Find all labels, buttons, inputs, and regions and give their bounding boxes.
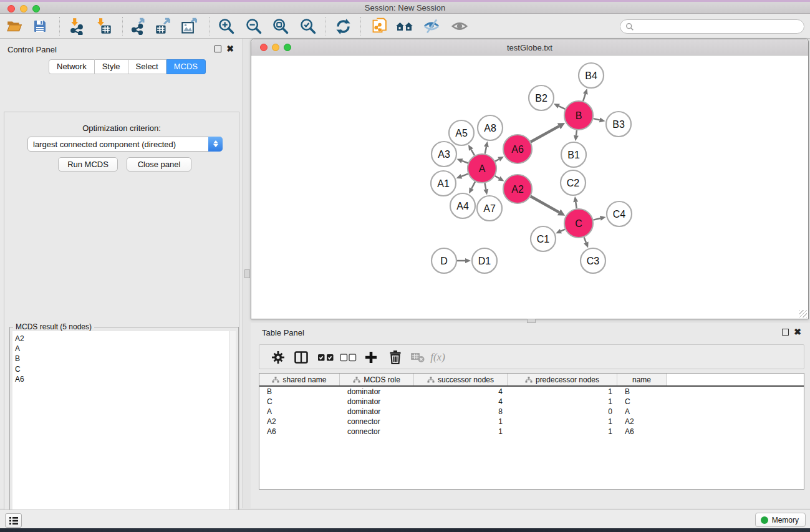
graph-node-B1[interactable]: B1 — [561, 142, 586, 167]
export-image-icon[interactable] — [180, 16, 200, 36]
graph-node-C2[interactable]: C2 — [561, 170, 586, 195]
result-list-item[interactable]: C — [15, 364, 229, 374]
edge-B-B2[interactable] — [559, 106, 565, 109]
zoom-selected-icon[interactable] — [298, 16, 318, 36]
graph-node-D[interactable]: D — [432, 248, 456, 273]
table-cell[interactable]: C — [617, 397, 667, 406]
table-cell[interactable]: A2 — [617, 417, 667, 426]
table-cell[interactable]: 1 — [508, 417, 617, 426]
result-list-item[interactable]: B — [15, 354, 229, 364]
memory-button[interactable]: Memory — [755, 513, 806, 527]
table-cell[interactable]: 1 — [508, 387, 617, 396]
search-field[interactable] — [620, 19, 804, 34]
tab-style[interactable]: Style — [95, 59, 128, 74]
edge-B-B1[interactable] — [576, 130, 577, 135]
table-cell[interactable]: A — [617, 407, 667, 416]
table-cell[interactable]: 1 — [508, 397, 617, 406]
show-all-networks-icon[interactable] — [395, 16, 415, 36]
table-cell[interactable]: 1 — [508, 427, 617, 436]
graph-node-B2[interactable]: B2 — [529, 85, 554, 110]
table-header-row[interactable]: shared nameMCDS rolesuccessor nodesprede… — [259, 374, 804, 387]
float-panel-icon[interactable] — [215, 46, 221, 52]
optimization-criterion-dropdown[interactable]: largest connected component (directed) — [27, 137, 223, 152]
edge-C-C2[interactable] — [576, 202, 576, 209]
result-list-item[interactable]: A — [15, 344, 229, 354]
edge-A-A3[interactable] — [462, 161, 468, 163]
task-history-button[interactable] — [5, 513, 22, 528]
table-cell[interactable]: dominator — [340, 407, 414, 416]
edge-A-A2[interactable] — [495, 176, 499, 178]
graph-node-A3[interactable]: A3 — [432, 142, 456, 167]
edge-A-A6[interactable] — [495, 159, 499, 161]
table-cell[interactable]: B — [617, 387, 667, 396]
result-list-item[interactable]: A2 — [15, 334, 229, 344]
network-view-window[interactable]: testGlobe.txt B4B2BB3A8A5A6A3B1AC2A1A2A4… — [251, 39, 809, 319]
graph-node-A[interactable]: A — [468, 154, 496, 183]
table-cell[interactable]: 8 — [414, 407, 508, 416]
network-graph-canvas[interactable]: B4B2BB3A8A5A6A3B1AC2A1A2A4A7C4CC1C3DD1 — [252, 56, 809, 318]
node-table[interactable]: shared nameMCDS rolesuccessor nodesprede… — [259, 373, 804, 490]
graph-node-B4[interactable]: B4 — [579, 63, 604, 88]
table-row[interactable]: Bdominator41B — [259, 387, 804, 397]
zoom-fit-icon[interactable] — [271, 16, 291, 36]
column-header-MCDS-role[interactable]: MCDS role — [340, 374, 414, 385]
close-table-panel-icon[interactable]: ✖ — [794, 329, 801, 336]
table-options-icon[interactable] — [268, 347, 288, 367]
deselect-all-columns-icon[interactable] — [338, 347, 358, 367]
app-titlebar[interactable]: Session: New Session — [0, 2, 810, 14]
add-column-icon[interactable] — [361, 347, 381, 367]
column-header-name[interactable]: name — [617, 374, 667, 385]
graph-node-D1[interactable]: D1 — [472, 248, 497, 273]
table-row[interactable]: Cdominator41C — [259, 397, 804, 407]
table-cell[interactable]: connector — [340, 417, 414, 426]
table-cell[interactable]: A — [259, 407, 340, 416]
graph-node-A6[interactable]: A6 — [503, 135, 532, 163]
float-table-panel-icon[interactable] — [782, 329, 789, 336]
graph-node-B[interactable]: B — [564, 101, 593, 130]
table-cell[interactable]: dominator — [340, 387, 414, 396]
graph-node-A1[interactable]: A1 — [431, 171, 456, 196]
hide-details-icon[interactable] — [422, 16, 441, 36]
edge-B-B3[interactable] — [593, 118, 599, 120]
import-network-icon[interactable] — [67, 16, 87, 36]
search-input[interactable] — [637, 22, 804, 31]
edge-A-A1[interactable] — [461, 174, 468, 177]
edge-C-C3[interactable] — [584, 237, 586, 243]
open-file-icon[interactable] — [4, 16, 24, 36]
edge-A6-B[interactable] — [531, 126, 559, 142]
select-all-columns-icon[interactable] — [316, 347, 335, 367]
column-header-shared-name[interactable]: shared name — [259, 374, 340, 385]
zoom-out-icon[interactable] — [244, 16, 264, 36]
table-cell[interactable]: 1 — [414, 417, 508, 426]
graph-node-B3[interactable]: B3 — [606, 112, 631, 137]
edge-A-A7[interactable] — [485, 183, 486, 190]
export-network-icon[interactable] — [129, 16, 149, 36]
network-window-titlebar[interactable]: testGlobe.txt — [251, 39, 808, 56]
table-cell[interactable]: 0 — [508, 407, 617, 416]
tab-network[interactable]: Network — [49, 59, 95, 74]
resize-grip-icon[interactable] — [799, 310, 807, 317]
graph-node-C1[interactable]: C1 — [531, 226, 556, 251]
table-row[interactable]: A2connector11A2 — [259, 417, 804, 427]
graph-node-A7[interactable]: A7 — [477, 196, 502, 221]
run-mcds-button[interactable]: Run MCDS — [58, 157, 118, 172]
graph-node-C4[interactable]: C4 — [607, 201, 632, 226]
show-graphics-details-icon[interactable] — [450, 16, 470, 36]
edge-A-A4[interactable] — [471, 181, 475, 188]
export-table-icon[interactable] — [153, 16, 173, 36]
result-list-item[interactable]: A6 — [15, 374, 229, 384]
result-list-scrollbar[interactable] — [229, 331, 236, 532]
mcds-result-list[interactable]: A2ABCA6 — [12, 331, 229, 532]
table-cell[interactable]: connector — [340, 427, 414, 436]
edge-A2-C[interactable] — [531, 196, 559, 213]
edge-B-B4[interactable] — [583, 94, 586, 102]
table-cell[interactable]: A6 — [259, 427, 340, 436]
new-network-icon[interactable] — [370, 16, 390, 36]
edge-C-C4[interactable] — [593, 218, 600, 220]
horizontal-split-handle[interactable] — [527, 319, 536, 323]
edge-A-A8[interactable] — [485, 147, 486, 153]
table-cell[interactable]: 4 — [414, 387, 508, 396]
table-row[interactable]: A6connector11A6 — [259, 427, 804, 437]
table-row[interactable]: Adominator80A — [259, 407, 804, 417]
graph-node-A5[interactable]: A5 — [449, 120, 474, 145]
